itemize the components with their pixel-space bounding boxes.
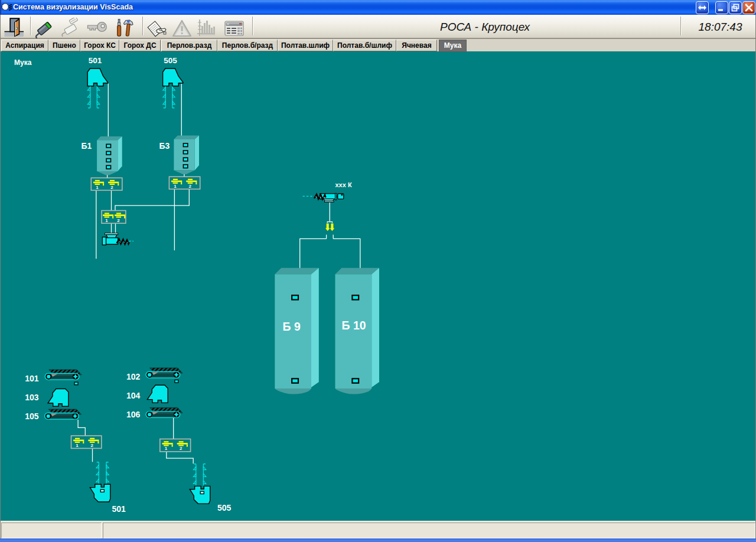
svg-text:1: 1 — [165, 446, 168, 451]
svg-text:Б1: Б1 — [82, 141, 92, 151]
svg-text:Б 9: Б 9 — [283, 320, 301, 333]
svg-text:2: 2 — [188, 184, 191, 189]
svg-text:1: 1 — [96, 185, 99, 190]
svg-text:106: 106 — [126, 410, 141, 419]
svg-text:Мука: Мука — [14, 58, 32, 67]
svg-text:101: 101 — [25, 374, 39, 383]
svg-text:Б3: Б3 — [159, 141, 170, 151]
svg-text:1: 1 — [105, 218, 108, 223]
svg-text:103: 103 — [25, 393, 39, 402]
svg-text:501: 501 — [112, 504, 126, 514]
svg-text:505: 505 — [217, 503, 232, 512]
svg-text:1: 1 — [76, 443, 79, 448]
svg-text:102: 102 — [126, 372, 141, 381]
svg-text:1: 1 — [174, 184, 177, 189]
svg-text:2: 2 — [180, 446, 183, 451]
svg-text:501: 501 — [89, 56, 102, 65]
svg-text:2: 2 — [117, 218, 120, 223]
svg-text:2: 2 — [91, 443, 94, 448]
svg-text:505: 505 — [164, 56, 177, 65]
svg-text:105: 105 — [25, 412, 39, 421]
svg-text:xxx К: xxx К — [335, 181, 352, 188]
svg-text:2: 2 — [110, 185, 113, 190]
svg-text:104: 104 — [126, 391, 141, 400]
svg-text:Б 10: Б 10 — [342, 319, 366, 332]
